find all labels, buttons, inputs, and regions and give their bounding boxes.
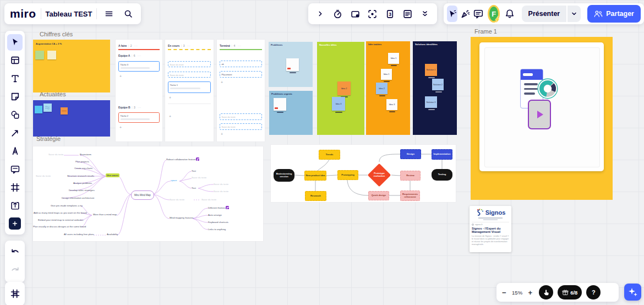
mindmap-node[interactable]: All users including free plans xyxy=(64,233,94,236)
timer-button[interactable] xyxy=(330,6,346,21)
kanban-card-tache1[interactable]: Tâche 1 xyxy=(168,81,211,93)
flow-node-implementation[interactable]: Implementation xyxy=(432,149,452,160)
frame-label-chiffres[interactable]: Chiffres clés xyxy=(40,31,73,37)
kanban-card-placeholder[interactable]: Saisir du texte xyxy=(220,113,262,120)
attention-button[interactable] xyxy=(365,6,380,21)
sticky-idea2[interactable]: Idea 2 xyxy=(337,81,351,95)
more-icon[interactable]: ··· xyxy=(134,44,138,47)
section-title[interactable]: Equipe A xyxy=(118,54,130,57)
kanban-card-placeholder[interactable]: Saisir du texte xyxy=(168,61,211,67)
recording-button[interactable] xyxy=(347,6,363,21)
mindmap-node-link[interactable]: space xyxy=(171,179,177,182)
expand-toolbar-button[interactable] xyxy=(313,6,328,21)
frame-solutions-identifiees[interactable]: Solutions identifiées Solution 1 Solutio… xyxy=(413,41,457,135)
sticky-note-tool[interactable] xyxy=(7,89,23,105)
help-button[interactable]: ? xyxy=(586,285,601,299)
signos-link-card[interactable]: Signos signos.fr Signos - l'Expert du Ma… xyxy=(470,206,511,252)
mindmap-node[interactable]: Plan projects xyxy=(75,161,89,163)
chiffres-note[interactable]: Augmentation CA + 3 % xyxy=(36,42,62,45)
flow-node-quick-design[interactable]: Quick design xyxy=(368,191,389,200)
mindmap-node[interactable]: Develop sales strategies xyxy=(69,189,95,192)
sticky-idea1[interactable]: Idea 1 xyxy=(388,53,399,64)
sticky-note[interactable] xyxy=(286,58,299,71)
attachment-badge-icon[interactable] xyxy=(226,206,229,209)
mindmap-node-placeholder[interactable]: Saisir du texte xyxy=(170,199,184,201)
mindmap-node[interactable]: Structure research results xyxy=(67,175,94,177)
undo-button[interactable] xyxy=(7,244,23,261)
sticky-idea3[interactable]: Idea 3 xyxy=(386,99,397,110)
board-title[interactable]: Tableau TEST xyxy=(45,10,92,18)
mindmap-node[interactable]: Mind mapping features xyxy=(170,217,194,219)
mindmap-center-node[interactable]: Miro Mind Map xyxy=(131,190,154,200)
mindmap-node-placeholder[interactable]: Saisir du texte xyxy=(48,154,63,156)
mindmap-node[interactable]: Links to anything xyxy=(208,228,226,231)
mindmap-node[interactable]: Design information architecture xyxy=(62,197,94,199)
flow-node-design[interactable]: Design xyxy=(400,149,421,159)
sticky-note[interactable] xyxy=(35,51,44,59)
mindmap-node[interactable]: Embed your mind map to external websites xyxy=(38,219,83,221)
sticky-note[interactable] xyxy=(43,104,52,112)
flowchart-panel[interactable]: Brainstorming session Trends New product… xyxy=(271,145,456,202)
sticky-note[interactable] xyxy=(47,51,56,59)
frame-idees-traitees[interactable]: Idée traitées Idea 1 Idea 1 Idea 2 Idea … xyxy=(366,41,410,135)
flow-node-research[interactable]: Research xyxy=(305,191,326,201)
kanban-card-ok[interactable]: ok xyxy=(220,61,262,67)
mindmap-node-placeholder[interactable]: Saisir du texte xyxy=(201,199,216,201)
signos-link[interactable]: signos.fr xyxy=(475,224,483,226)
miro-logo[interactable]: miro xyxy=(10,7,36,20)
reactions-button[interactable] xyxy=(460,6,470,22)
sticky-idea3[interactable]: Idea 3 xyxy=(332,97,345,111)
frame-problemes[interactable]: Problèmes xyxy=(269,42,313,87)
frame-chiffres-cles[interactable]: Augmentation CA + 3 % xyxy=(33,40,110,92)
kanban-card-placeholder[interactable]: Saisir du texte xyxy=(220,123,262,130)
sticky-idea1b[interactable]: Idea 1 xyxy=(381,69,392,80)
collapse-toolbar-button[interactable] xyxy=(417,6,433,21)
signos-title[interactable]: Signos - l'Expert du Management Visuel xyxy=(472,227,509,234)
user-avatar[interactable]: F xyxy=(488,5,500,23)
flow-node-brainstorming[interactable]: Brainstorming session xyxy=(274,169,294,182)
add-card-button[interactable]: + xyxy=(221,80,223,84)
add-card-button[interactable]: + xyxy=(169,115,171,118)
frames-panel-button[interactable] xyxy=(7,286,23,302)
flow-node-prototyping[interactable]: Prototyping xyxy=(337,170,358,180)
kanban-card-tache3[interactable]: Tâche 3 xyxy=(118,61,160,72)
connection-line-tool[interactable] xyxy=(7,125,23,141)
frame-actualites[interactable] xyxy=(33,100,110,137)
cursors-toggle-button[interactable] xyxy=(447,6,457,22)
frame-title[interactable]: Idée traitées xyxy=(368,43,381,46)
shapes-tool[interactable] xyxy=(7,107,23,123)
gift-counter-button[interactable]: 6/8 xyxy=(558,285,582,299)
mindmap-node[interactable]: Keyboard shortcuts xyxy=(208,221,228,224)
section-title[interactable]: Equipe B xyxy=(118,106,130,109)
mindmap-node[interactable]: Availability xyxy=(107,233,118,236)
sticky-solution2[interactable]: Solution 2 xyxy=(432,79,444,90)
kanban-card-placeholder[interactable]: Saisir du texte xyxy=(168,72,211,78)
column-title[interactable]: A faire xyxy=(118,44,127,47)
mindmap-node[interactable]: Different themes xyxy=(208,207,225,209)
frame-title[interactable]: Solutions identifiées xyxy=(415,43,438,46)
mindmap-node[interactable]: More than a mind map xyxy=(93,214,117,216)
comments-button[interactable] xyxy=(473,6,483,22)
notifications-button[interactable] xyxy=(504,6,515,22)
frame-nouvelles-idees[interactable]: Nouvelles idées Idea 2 Idea 3 xyxy=(317,42,364,135)
frame-title[interactable]: Nouvelles idées xyxy=(319,43,337,46)
add-card-button[interactable]: + xyxy=(169,96,171,100)
select-tool[interactable] xyxy=(7,34,23,51)
miro-board-canvas[interactable]: Chiffres clés Actualités Stratégie Frame… xyxy=(0,0,644,305)
column-title[interactable]: Terminé xyxy=(220,44,230,47)
flow-node-requirements[interactable]: Requirements refinement xyxy=(400,190,420,201)
frame1-card[interactable] xyxy=(479,42,604,171)
frame-label-frame1[interactable]: Frame 1 xyxy=(474,28,497,35)
comment-tool[interactable] xyxy=(7,161,23,178)
redo-button[interactable] xyxy=(7,263,23,279)
main-menu-button[interactable] xyxy=(101,6,116,21)
flow-node-new-product[interactable]: New product idea xyxy=(304,171,326,181)
share-button[interactable]: Partager xyxy=(587,5,641,23)
kanban-column-a-faire[interactable]: A faire| 2 ··· Equipe A| 6 ··· Tâche 3 +… xyxy=(116,40,162,141)
text-tool[interactable] xyxy=(7,70,23,87)
kanban-column-en-cours[interactable]: En cours| 3 ··· Saisir du texte Saisir d… xyxy=(165,40,214,141)
add-card-button[interactable]: + xyxy=(119,126,122,129)
add-card-button[interactable]: + xyxy=(119,74,122,78)
mindmap-node-placeholder[interactable]: Saisir du texte xyxy=(214,183,228,186)
sticky-idea2[interactable]: Idea 2 xyxy=(376,83,388,94)
